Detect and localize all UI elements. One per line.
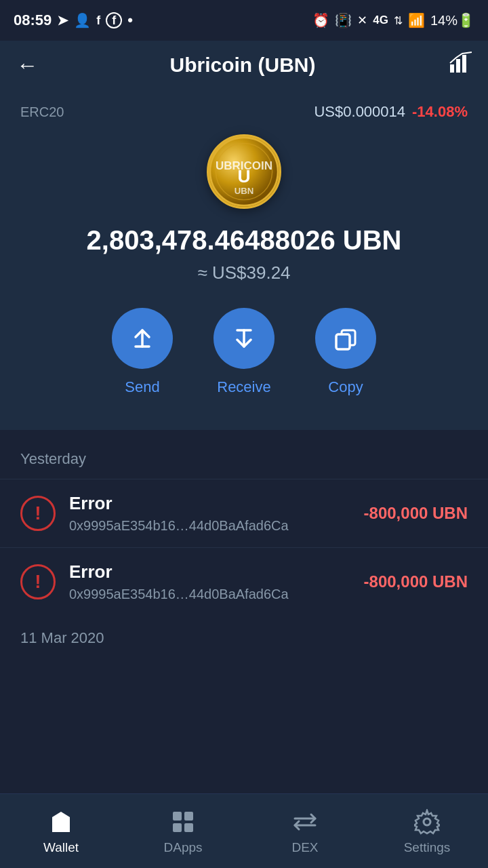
back-button[interactable]: ← (16, 53, 38, 78)
dapps-icon (169, 808, 197, 836)
yesterday-label: Yesterday (0, 450, 488, 468)
settings-nav-label: Settings (404, 840, 451, 855)
lte-icon: 4G (373, 14, 388, 27)
action-buttons: Send Receive Copy (20, 308, 468, 396)
march-date-label: 11 Mar 2020 (0, 616, 488, 654)
svg-rect-16 (184, 812, 193, 821)
coin-logo: UBRICOIN U UBN (207, 134, 281, 209)
battery-icon: 14%🔋 (430, 12, 474, 28)
token-type: ERC20 (20, 104, 64, 120)
copy-button[interactable] (315, 308, 376, 369)
receive-wrapper: Receive (214, 308, 274, 396)
svg-rect-0 (450, 64, 454, 73)
svg-point-21 (424, 818, 430, 825)
page-title: Ubricoin (UBN) (170, 54, 316, 77)
header: ← Ubricoin (UBN) (0, 41, 488, 90)
receive-label: Receive (217, 378, 270, 396)
bottom-navigation: Wallet DApps DEX (0, 793, 488, 868)
alarm-icon: ⏰ (312, 12, 329, 28)
tx-address-1: 0x9995aE354b16…44d0BaAfad6Ca (69, 518, 350, 534)
svg-text:U: U (237, 166, 250, 186)
copy-wrapper: Copy (315, 308, 376, 396)
tx-status-2: Error (69, 561, 350, 583)
token-meta: ERC20 US$0.000014 -14.08% (20, 103, 468, 121)
tx-status-1: Error (69, 493, 350, 514)
transaction-item[interactable]: ! Error 0x9995aE354b16…44d0BaAfad6Ca -80… (0, 547, 488, 616)
tx-amount-1: -800,000 UBN (364, 504, 468, 523)
nav-item-dapps[interactable]: DApps (129, 808, 237, 855)
dex-nav-label: DEX (291, 840, 318, 855)
chart-icon[interactable] (447, 51, 472, 80)
facebook-circle-icon: f (106, 12, 122, 28)
dex-icon (291, 808, 319, 836)
status-time: 08:59 (14, 12, 52, 29)
send-button[interactable] (112, 308, 173, 369)
transaction-item[interactable]: ! Error 0x9995aE354b16…44d0BaAfad6Ca -80… (0, 479, 488, 547)
copy-label: Copy (328, 378, 363, 396)
tx-amount-2: -800,000 UBN (364, 572, 468, 591)
signal-x-icon: ✕ (357, 13, 367, 28)
facebook-icon: f (96, 14, 100, 28)
transaction-section: Yesterday ! Error 0x9995aE354b16…44d0BaA… (0, 430, 488, 735)
svg-text:UBN: UBN (235, 186, 254, 196)
dot-icon: • (127, 12, 133, 29)
svg-rect-2 (462, 55, 466, 73)
nav-item-dex[interactable]: DEX (251, 808, 359, 855)
send-wrapper: Send (112, 308, 173, 396)
nav-item-wallet[interactable]: Wallet (7, 808, 115, 855)
svg-rect-15 (173, 812, 182, 821)
coin-logo-wrapper: UBRICOIN U UBN (20, 134, 468, 209)
token-price-area: US$0.000014 -14.08% (314, 103, 468, 121)
vibrate-icon: 📳 (335, 12, 352, 28)
token-change: -14.08% (412, 103, 468, 121)
svg-rect-1 (456, 59, 460, 73)
status-time-area: 08:59 ➤ 👤 f f • (14, 12, 133, 29)
send-label: Send (125, 378, 159, 396)
token-balance-usd: ≈ US$39.24 (20, 262, 468, 283)
wallet-nav-label: Wallet (43, 840, 79, 855)
tx-address-2: 0x9995aE354b16…44d0BaAfad6Ca (69, 587, 350, 602)
token-balance: 2,803,478.46488026 UBN (20, 225, 468, 256)
svg-rect-18 (184, 823, 193, 832)
tx-details-2: Error 0x9995aE354b16…44d0BaAfad6Ca (69, 561, 350, 602)
svg-rect-17 (173, 823, 182, 832)
status-icons-area: ⏰ 📳 ✕ 4G ⇅ 📶 14%🔋 (312, 12, 474, 28)
tx-details-1: Error 0x9995aE354b16…44d0BaAfad6Ca (69, 493, 350, 534)
signal-arrows-icon: ⇅ (394, 14, 403, 27)
settings-icon (413, 808, 441, 836)
receive-button[interactable] (214, 308, 274, 369)
location-icon: ➤ (57, 12, 68, 28)
dapps-nav-label: DApps (163, 840, 202, 855)
error-icon-2: ! (20, 564, 56, 599)
signal-bars-icon: 📶 (408, 12, 425, 28)
person-icon: 👤 (74, 12, 91, 28)
error-icon-1: ! (20, 496, 56, 531)
nav-item-settings[interactable]: Settings (373, 808, 481, 855)
wallet-icon (47, 808, 75, 836)
svg-rect-13 (336, 334, 350, 349)
status-bar: 08:59 ➤ 👤 f f • ⏰ 📳 ✕ 4G ⇅ 📶 14%🔋 (0, 0, 488, 41)
token-price: US$0.000014 (314, 103, 405, 121)
token-section: ERC20 US$0.000014 -14.08% UBRICOIN U (0, 90, 488, 430)
